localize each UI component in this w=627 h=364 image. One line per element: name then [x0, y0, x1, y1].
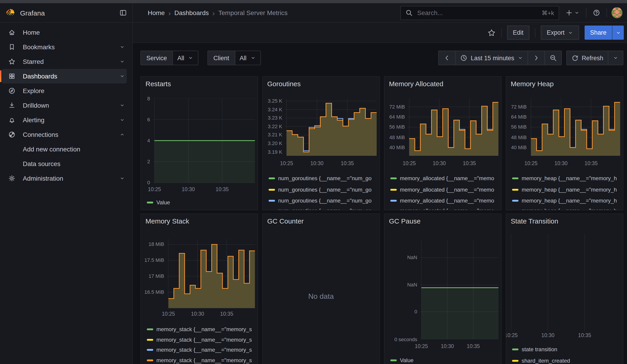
legend-item[interactable]: memory_allocated {__name__="memo [390, 175, 499, 182]
breadcrumb-home[interactable]: Home [148, 9, 165, 16]
grafana-logo-icon[interactable] [5, 7, 15, 18]
panel-state-transition: State Transition10:2510:3010:35state tra… [506, 213, 623, 364]
sidebar-item-add-new-connection[interactable]: Add new connection [0, 142, 127, 156]
share-dropdown-button[interactable] [612, 26, 624, 40]
help-button[interactable] [591, 7, 602, 18]
breadcrumb-dashboards[interactable]: Dashboards [174, 9, 209, 16]
chart-plot-gc-pause[interactable] [420, 240, 498, 339]
legend-item[interactable]: memory_heap {__name__="memory_h [512, 197, 621, 204]
panel-title-memory-heap[interactable]: Memory Heap [511, 80, 554, 88]
chart-plot-memory-stack[interactable] [167, 239, 255, 308]
add-new-button[interactable] [564, 7, 581, 18]
legend-item[interactable]: num_goroutines {__name__="num_go [268, 207, 377, 210]
time-forward-button[interactable] [528, 51, 545, 65]
legend-label[interactable]: memory_allocated {__name__="memo [400, 186, 494, 193]
time-back-button[interactable] [438, 51, 456, 65]
panel-title-state-transition[interactable]: State Transition [511, 217, 558, 225]
chevron-down-icon[interactable] [119, 59, 125, 64]
client-filter-value[interactable]: All [235, 51, 260, 65]
sidebar-item-administration[interactable]: Administration [0, 171, 127, 186]
legend-label[interactable]: memory_stack {__name__="memory_s [157, 336, 252, 343]
export-button[interactable]: Export [541, 26, 579, 40]
share-button[interactable]: Share [585, 26, 612, 40]
chart-plot-state-transition[interactable] [510, 234, 620, 332]
legend-item[interactable]: Value [390, 357, 499, 364]
chart-plot-memory-heap[interactable] [530, 99, 620, 156]
legend-label[interactable]: memory_heap {__name__="memory_h [522, 175, 617, 182]
legend-item[interactable]: Value [147, 199, 256, 206]
chevron-down-icon [568, 30, 573, 35]
legend-label[interactable]: Value [400, 357, 414, 364]
legend-label[interactable]: state transition [522, 346, 557, 353]
search-input[interactable] [416, 9, 538, 17]
legend-label[interactable]: memory_allocated {__name__="memo [400, 198, 494, 204]
refresh-button[interactable]: Refresh [566, 51, 608, 65]
legend-label[interactable]: memory_stack {__name__="memory_s [157, 357, 252, 363]
legend-item[interactable]: memory_heap {__name__="memory_h [512, 207, 621, 210]
sidebar-item-home[interactable]: Home [0, 25, 127, 40]
legend-item[interactable]: memory_heap {__name__="memory_h [512, 175, 621, 182]
sidebar-item-alerting[interactable]: Alerting [0, 113, 127, 127]
panel-title-gc-pause[interactable]: GC Pause [389, 217, 420, 225]
chevron-down-icon[interactable] [119, 176, 125, 181]
legend-item[interactable]: memory_heap {__name__="memory_h [512, 186, 621, 193]
service-filter: Service All [140, 51, 198, 65]
legend-item[interactable]: memory_stack {__name__="memory_s [147, 326, 256, 333]
dock-sidebar-icon[interactable] [119, 9, 127, 16]
legend-item[interactable]: num_goroutines {__name__="num_go [268, 186, 377, 193]
legend-item[interactable]: memory_allocated {__name__="memo [390, 197, 499, 204]
zoom-out-button[interactable] [545, 51, 562, 65]
user-avatar[interactable] [612, 7, 623, 18]
sidebar-item-data-sources[interactable]: Data sources [0, 156, 127, 171]
legend-label[interactable]: memory_allocated {__name__="memo [400, 175, 494, 182]
legend-item[interactable]: memory_allocated {__name__="memo [390, 186, 499, 193]
legend-label[interactable]: num_goroutines {__name__="num_go [278, 207, 372, 210]
legend-label[interactable]: memory_stack {__name__="memory_s [157, 347, 252, 353]
legend-label[interactable]: Value [157, 199, 170, 206]
chart-plot-goroutines[interactable] [285, 99, 377, 156]
legend-item[interactable]: shard_item_created [512, 357, 621, 364]
sidebar-item-explore[interactable]: Explore [0, 84, 127, 98]
legend-label[interactable]: memory_heap {__name__="memory_h [522, 186, 617, 193]
chart-plot-memory-allocated[interactable] [408, 99, 498, 156]
legend-label[interactable]: memory_heap {__name__="memory_h [522, 198, 617, 204]
chevron-down-icon[interactable] [119, 73, 125, 79]
legend-item[interactable]: memory_allocated {__name__="memo [390, 207, 499, 210]
sidebar-item-starred[interactable]: Starred [0, 54, 127, 69]
legend-label[interactable]: shard_item_created [522, 357, 570, 364]
sidebar-item-drilldown[interactable]: Drilldown [0, 98, 127, 113]
service-filter-value[interactable]: All [173, 51, 198, 65]
panel-title-memory-allocated[interactable]: Memory Allocated [389, 80, 443, 88]
legend-item[interactable]: memory_stack {__name__="memory_s [147, 346, 256, 354]
legend-label[interactable]: num_goroutines {__name__="num_go [278, 198, 372, 204]
legend-label[interactable]: memory_heap {__name__="memory_h [522, 207, 617, 210]
sidebar-item-dashboards[interactable]: Dashboards [2, 69, 127, 84]
legend-label[interactable]: memory_allocated {__name__="memo [400, 207, 494, 210]
search-shortcut-hint: ⌘+k [542, 9, 554, 16]
legend-label[interactable]: num_goroutines {__name__="num_go [278, 186, 372, 193]
chevron-up-icon[interactable] [119, 132, 125, 137]
legend-item[interactable]: num_goroutines {__name__="num_go [268, 197, 377, 204]
chevron-down-icon[interactable] [119, 44, 125, 50]
legend-item[interactable]: state transition [512, 346, 621, 353]
sidebar-item-bookmarks[interactable]: Bookmarks [0, 40, 127, 54]
legend-item[interactable]: memory_stack {__name__="memory_s [147, 336, 256, 343]
legend-label[interactable]: memory_stack {__name__="memory_s [157, 326, 252, 332]
chevron-down-icon[interactable] [119, 103, 125, 108]
edit-button[interactable]: Edit [507, 26, 529, 40]
legend-item[interactable]: memory_stack {__name__="memory_s [147, 357, 256, 364]
search-box[interactable]: ⌘+k [400, 6, 559, 20]
legend-item[interactable]: num_goroutines {__name__="num_go [268, 175, 377, 182]
panel-title-memory-stack[interactable]: Memory Stack [146, 217, 189, 225]
panel-title-restarts[interactable]: Restarts [146, 80, 171, 88]
time-range-picker[interactable]: Last 15 minutes [456, 51, 528, 65]
y-axis-tick: NaN [384, 282, 417, 287]
sidebar-item-connections[interactable]: Connections [0, 127, 127, 142]
panel-title-gc-counter[interactable]: GC Counter [267, 217, 304, 225]
chart-plot-restarts[interactable] [153, 99, 255, 183]
chevron-down-icon[interactable] [119, 117, 125, 123]
legend-label[interactable]: num_goroutines {__name__="num_go [278, 175, 372, 182]
favorite-star-icon[interactable] [487, 29, 495, 37]
panel-title-goroutines[interactable]: Goroutines [267, 80, 301, 88]
refresh-interval-dropdown[interactable] [608, 51, 623, 65]
